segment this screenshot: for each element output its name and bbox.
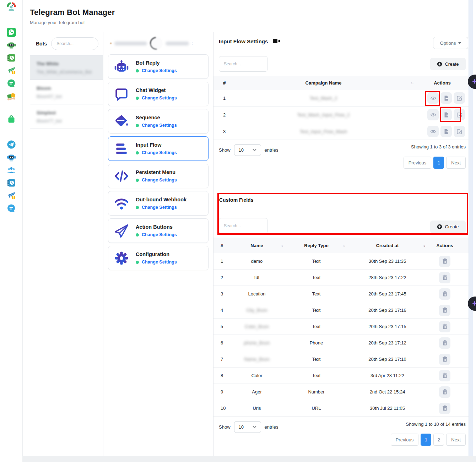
bot-list-item[interactable]: Simplest Bloom77_bot (30, 104, 103, 129)
custom-fields-page-size-select[interactable]: 10 (234, 421, 261, 433)
edit-button[interactable] (454, 109, 465, 120)
custom-fields-search-input[interactable] (219, 218, 267, 234)
main-panel: Input Flow Settings Options Create (213, 32, 469, 456)
view-button[interactable] (427, 109, 439, 120)
whatsapp-icon[interactable] (6, 27, 16, 37)
chat-bubble-icon (114, 86, 129, 102)
previous-page-button[interactable]: Previous (404, 157, 432, 169)
delete-button[interactable] (439, 354, 450, 365)
card-action-buttons[interactable]: Action Buttons Change Settings (108, 218, 209, 243)
col-name[interactable]: Name↑↓ (228, 243, 285, 248)
campaign-create-button[interactable]: Create (430, 58, 466, 70)
bot-blue-icon[interactable] (6, 152, 16, 162)
delete-button[interactable] (439, 370, 450, 381)
status-dot (136, 97, 139, 100)
bots-search-input[interactable] (51, 37, 98, 50)
entries-label: entries (265, 424, 278, 430)
campaign-page-size-select[interactable]: 10 (234, 144, 261, 156)
delete-button[interactable] (439, 321, 450, 332)
status-dot (136, 179, 139, 182)
delete-button[interactable] (439, 386, 450, 398)
field-name: Location (228, 291, 285, 297)
group-blue-icon[interactable] (6, 165, 16, 175)
campaign-blue-icon[interactable]: 1 (6, 191, 16, 201)
delete-button[interactable] (439, 305, 450, 316)
next-page-button[interactable]: Next (446, 157, 466, 169)
edit-button[interactable] (454, 92, 465, 104)
sort-icon[interactable]: ↑↓ (342, 244, 345, 248)
dashboard-gauge-icon[interactable] (6, 2, 16, 12)
campaign-row: 3 Test_Input_Flow_Mash (213, 123, 469, 140)
delete-button[interactable] (439, 337, 450, 349)
store-bag-icon[interactable] (6, 114, 16, 124)
plus-circle-icon (437, 61, 442, 67)
export-button[interactable] (440, 92, 452, 104)
code-icon (114, 168, 129, 184)
options-label: Options (440, 40, 456, 46)
page-1-button[interactable]: 1 (421, 434, 431, 446)
col-reply-type[interactable]: Reply Type↑↓ (285, 243, 347, 248)
card-chat-widget[interactable]: Chat Widget Change Settings (108, 82, 209, 106)
contacts-green-icon[interactable] (6, 53, 16, 63)
col-num[interactable]: # (213, 80, 231, 86)
custom-field-row: 6 phone_Bson Phone 20th Sep 23 17:12 (213, 335, 469, 351)
edit-button[interactable] (454, 126, 465, 137)
change-settings-link[interactable]: Change Settings (142, 68, 177, 73)
change-settings-link[interactable]: Change Settings (142, 123, 177, 128)
campaign-green-icon[interactable]: 1 (6, 66, 16, 76)
card-persistent-menu[interactable]: Persistent Menu Change Settings (108, 164, 209, 188)
page-2-button[interactable]: 2 (433, 434, 444, 446)
options-button[interactable]: Options (433, 37, 468, 49)
bot-list-item[interactable]: The White The_White_eCommerce_Bot (30, 55, 103, 80)
view-button[interactable] (427, 126, 439, 137)
next-page-button[interactable]: Next (446, 434, 466, 446)
campaign-search-input[interactable] (219, 56, 267, 72)
contacts-blue-icon[interactable] (6, 178, 16, 188)
delete-button[interactable] (439, 272, 450, 283)
export-button[interactable] (440, 109, 452, 120)
col-num[interactable]: # (213, 243, 228, 248)
change-settings-link[interactable]: Change Settings (142, 150, 177, 155)
previous-page-button[interactable]: Previous (391, 434, 419, 446)
custom-field-row: 10 Urls URL 30th Jul 22 11:05 (213, 400, 469, 417)
change-settings-link[interactable]: Change Settings (142, 178, 177, 183)
change-settings-link[interactable]: Change Settings (142, 260, 177, 265)
chat-blue-icon[interactable] (6, 203, 16, 213)
page-header: Telegram Bot Manager Manage your Telegra… (23, 0, 472, 25)
card-title: Action Buttons (136, 224, 177, 230)
sort-icon[interactable]: ↑↓ (422, 244, 425, 248)
change-settings-link[interactable]: Change Settings (142, 205, 177, 210)
card-sequence[interactable]: Sequence Change Settings (108, 109, 209, 134)
custom-fields-pagination: Previous 1 2 Next (391, 434, 466, 446)
card-title: Bot Reply (136, 60, 177, 66)
page-1-button[interactable]: 1 (433, 157, 444, 169)
col-campaign-name[interactable]: Campaign Name ↑↓ (231, 80, 416, 86)
sort-icon[interactable]: ↑↓ (280, 244, 283, 248)
card-input-flow[interactable]: Input Flow Change Settings (108, 136, 209, 161)
delete-button[interactable] (439, 288, 450, 300)
create-label: Create (445, 61, 459, 67)
bars-icon (114, 141, 129, 157)
bot-list-item[interactable]: Bloom Bloom07_bot (30, 80, 103, 104)
col-actions: Actions (416, 80, 469, 86)
telegram-icon[interactable] (6, 140, 16, 150)
delete-button[interactable] (439, 403, 450, 414)
card-bot-reply[interactable]: Bot Reply Change Settings (108, 54, 209, 79)
view-button[interactable] (427, 92, 439, 104)
custom-fields-create-button[interactable]: Create (430, 221, 466, 233)
integrations-icon[interactable] (6, 91, 16, 101)
export-button[interactable] (440, 126, 452, 137)
row-num: 1 (213, 96, 231, 101)
bot-green-icon[interactable] (6, 40, 16, 50)
scrollbar[interactable] (469, 0, 473, 456)
card-outbound-webhook[interactable]: Out-bound Webhook Change Settings (108, 191, 209, 216)
col-actions: Actions (427, 243, 462, 248)
delete-button[interactable] (439, 256, 450, 267)
row-num: 3 (213, 129, 231, 134)
chat-green-icon[interactable] (6, 78, 16, 88)
col-created-at[interactable]: Created at↑↓ (347, 243, 427, 248)
card-configuration[interactable]: Configuration Change Settings (108, 246, 209, 270)
change-settings-link[interactable]: Change Settings (142, 96, 177, 100)
change-settings-link[interactable]: Change Settings (142, 232, 177, 237)
sort-icon[interactable]: ↑↓ (411, 81, 413, 85)
